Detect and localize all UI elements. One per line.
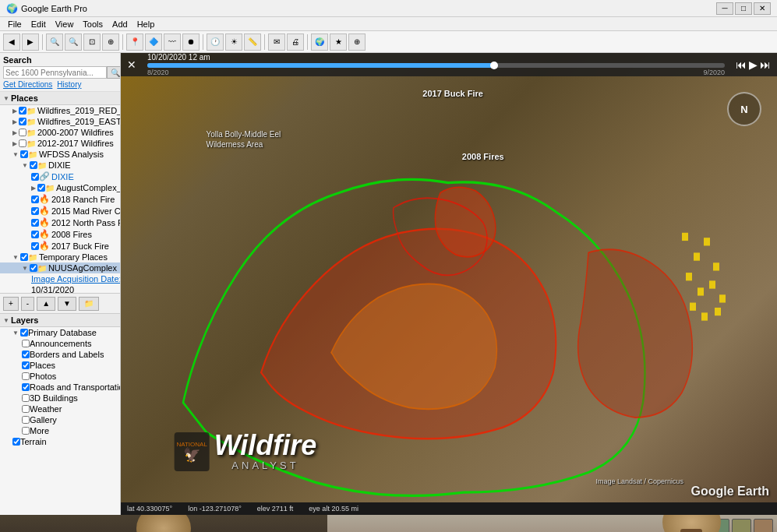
layer-gallery[interactable]: Gallery (0, 414, 120, 425)
menu-file[interactable]: File (3, 17, 26, 31)
tree-item-augustcomplex[interactable]: ▶ 📁 AugustComplex_Raw.kmz (0, 182, 120, 193)
toolbar-more[interactable]: ⊕ (348, 33, 366, 51)
toolbar-zoom-in[interactable]: 🔍 (46, 33, 63, 51)
move-down-button[interactable]: ▼ (58, 297, 76, 311)
tree-item-tempplaces[interactable]: ▼ 📁 Temporary Places (0, 252, 120, 262)
check-photos[interactable] (22, 372, 30, 380)
check-roads[interactable] (22, 383, 30, 391)
toolbar-sky[interactable]: ★ (330, 33, 347, 51)
check-2000-2007[interactable] (19, 129, 26, 136)
tree-item-ranch-fire[interactable]: 🔥 2018 Ranch Fire (0, 193, 120, 205)
layers-header[interactable]: ▼ Layers (0, 314, 120, 327)
toolbar-zoom-out[interactable]: 🔍 (65, 33, 82, 51)
tree-item-dixie-link[interactable]: 🔗 DIXIE (0, 171, 120, 182)
move-up-button[interactable]: ▲ (37, 297, 55, 311)
check-augustcomplex[interactable] (37, 184, 45, 192)
layer-photos[interactable]: Photos (0, 371, 120, 382)
tree-item-2012-2017[interactable]: ▶ 📁 2012-2017 Wildfires (0, 138, 120, 149)
check-wfdss[interactable] (20, 150, 28, 158)
toolbar-record[interactable]: ⏺ (182, 33, 200, 51)
map-area[interactable]: ✕ 10/20/2020 12 am 8/2020 9/2020 ⏮ ▶ ⏭ (121, 53, 777, 515)
layer-roads[interactable]: Roads and Transportation (0, 382, 120, 393)
tree-item-northpass[interactable]: 🔥 2012 North Pass Fire (0, 217, 120, 228)
folder-button[interactable]: 📁 (79, 297, 99, 311)
menu-help[interactable]: Help (132, 17, 160, 31)
layer-borders[interactable]: Borders and Labels (0, 349, 120, 360)
timeline-track[interactable] (147, 63, 725, 68)
toolbar-polygon[interactable]: 🔷 (145, 33, 162, 51)
check-borders[interactable] (22, 351, 30, 358)
timeline-close-button[interactable]: ✕ (127, 58, 136, 71)
remove-place-button[interactable]: - (21, 297, 34, 311)
toolbar-path[interactable]: 〰 (164, 33, 181, 51)
check-primary[interactable] (20, 329, 28, 336)
title-bar-controls[interactable]: ─ □ ✕ (716, 2, 771, 15)
compass[interactable]: N (727, 92, 761, 126)
toolbar-forward[interactable]: ▶ (22, 33, 39, 51)
timeline-play-forward-button[interactable]: ▶ (749, 58, 758, 71)
toolbar-placemark[interactable]: 📍 (126, 33, 143, 51)
tree-item-buckfire[interactable]: 🔥 2017 Buck Fire (0, 240, 120, 252)
check-announcements[interactable] (22, 340, 30, 347)
check-dixie-link[interactable] (31, 173, 39, 181)
tree-item-nuusag[interactable]: ▼ 📁 NUUSAgComplex (0, 262, 120, 273)
check-places-layer[interactable] (22, 361, 30, 369)
menu-edit[interactable]: Edit (26, 17, 51, 31)
check-2008fires[interactable] (31, 231, 39, 238)
get-directions-link[interactable]: Get Directions (3, 80, 52, 89)
layer-places[interactable]: Places (0, 360, 120, 371)
toolbar-ruler[interactable]: 📏 (244, 33, 261, 51)
check-more[interactable] (22, 427, 30, 435)
tree-item-wildfires2019red[interactable]: ▶ 📁 Wildfires_2019_RED_BA... (0, 105, 120, 116)
check-weather[interactable] (22, 405, 30, 413)
layer-more[interactable]: More (0, 425, 120, 436)
toolbar-earth[interactable]: 🌍 (311, 33, 328, 51)
search-go-button[interactable]: 🔍 (107, 66, 121, 79)
toolbar-historical[interactable]: 🕐 (207, 33, 224, 51)
toolbar-compass[interactable]: ⊕ (102, 33, 119, 51)
toolbar-back[interactable]: ◀ (3, 33, 20, 51)
tree-item-wildfires2019east[interactable]: ▶ 📁 Wildfires_2019_EAST (0, 116, 120, 127)
toolbar-sun[interactable]: ☀ (225, 33, 242, 51)
layer-weather[interactable]: Weather (0, 403, 120, 414)
places-header[interactable]: ▼ Places (0, 92, 120, 105)
timeline-thumb[interactable] (490, 62, 498, 69)
toolbar-print[interactable]: 🖨 (287, 33, 304, 51)
toolbar-email[interactable]: ✉ (268, 33, 285, 51)
tree-item-wfdss[interactable]: ▼ 📁 WFDSS Analysis (0, 149, 120, 160)
layer-announcements[interactable]: Announcements (0, 338, 120, 349)
menu-tools[interactable]: Tools (78, 17, 108, 31)
layer-primary[interactable]: ▼ Primary Database (0, 327, 120, 338)
check-wildfires2019east[interactable] (19, 118, 26, 125)
tree-item-madriver[interactable]: 🔥 2015 Mad River Complex (0, 205, 120, 217)
timeline-controls[interactable]: ⏮ ▶ ⏭ (736, 58, 771, 71)
check-3d[interactable] (22, 394, 30, 402)
map-background[interactable]: ✕ 10/20/2020 12 am 8/2020 9/2020 ⏮ ▶ ⏭ (121, 53, 777, 502)
tree-item-dixie-folder[interactable]: ▼ 📁 DIXIE (0, 160, 120, 171)
minimize-button[interactable]: ─ (716, 2, 733, 15)
check-madriver[interactable] (31, 207, 39, 215)
check-dixie-folder[interactable] (30, 161, 37, 169)
check-buckfire[interactable] (31, 242, 39, 250)
timeline-end-button[interactable]: ⏭ (760, 58, 771, 71)
layer-terrain[interactable]: Terrain (0, 436, 120, 447)
menu-add[interactable]: Add (108, 17, 132, 31)
tree-item-2008fires[interactable]: 🔥 2008 Fires (0, 228, 120, 240)
check-2012-2017[interactable] (19, 139, 26, 147)
check-wildfires2019red[interactable] (19, 107, 26, 115)
check-terrain[interactable] (12, 438, 20, 446)
menu-view[interactable]: View (51, 17, 79, 31)
close-button[interactable]: ✕ (754, 2, 771, 15)
search-input[interactable] (3, 66, 107, 79)
layer-3d[interactable]: 3D Buildings (0, 393, 120, 403)
timeline-play-button[interactable]: ⏮ (736, 58, 747, 71)
toolbar-tilt[interactable]: ⊡ (83, 33, 101, 51)
check-gallery[interactable] (22, 416, 30, 424)
history-link[interactable]: History (57, 80, 81, 89)
check-northpass[interactable] (31, 219, 39, 227)
add-place-button[interactable]: + (3, 297, 19, 311)
check-tempplaces[interactable] (20, 253, 28, 261)
check-nuusag[interactable] (30, 264, 37, 272)
check-ranch-fire[interactable] (31, 196, 39, 203)
maximize-button[interactable]: □ (735, 2, 752, 15)
